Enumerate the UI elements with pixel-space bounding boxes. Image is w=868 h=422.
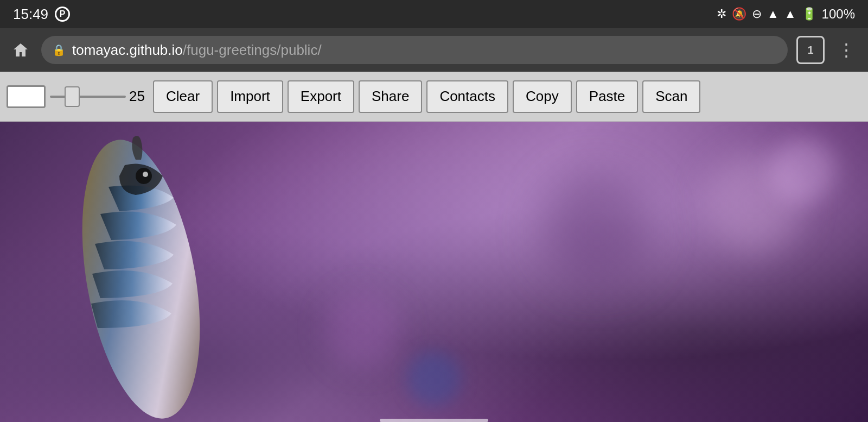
- url-bar[interactable]: 🔒 tomayac.github.io/fugu-greetings/publi…: [41, 36, 788, 64]
- color-swatch[interactable]: [7, 85, 46, 108]
- tab-switcher-button[interactable]: 1: [796, 36, 825, 64]
- url-path: /fugu-greetings/public/: [183, 42, 322, 58]
- battery-icon: 🔋: [802, 7, 816, 21]
- home-button[interactable]: [9, 38, 33, 62]
- tab-count: 1: [807, 44, 813, 56]
- wifi-icon: ▲: [767, 7, 779, 21]
- bluetooth-icon: ✲: [717, 7, 726, 21]
- p-icon: P: [60, 9, 66, 19]
- url-text: tomayac.github.io/fugu-greetings/public/: [72, 42, 322, 59]
- address-bar: 🔒 tomayac.github.io/fugu-greetings/publi…: [0, 28, 868, 72]
- bokeh-4: [770, 138, 835, 203]
- copy-button[interactable]: Copy: [513, 80, 572, 113]
- brush-size-value: 25: [129, 88, 149, 105]
- import-button[interactable]: Import: [217, 80, 283, 113]
- home-icon: [12, 42, 29, 58]
- home-indicator: [380, 419, 488, 422]
- url-domain: tomayac.github.io: [72, 42, 183, 58]
- export-button[interactable]: Export: [288, 80, 354, 113]
- clear-button[interactable]: Clear: [153, 80, 213, 113]
- bokeh-5: [407, 351, 461, 406]
- clock: 15:49: [13, 6, 48, 23]
- drawing-canvas[interactable]: [0, 122, 868, 422]
- battery-percent: 100%: [822, 7, 855, 22]
- scan-button[interactable]: Scan: [642, 80, 700, 113]
- status-left: 15:49 P: [13, 6, 70, 23]
- bokeh-3: [542, 176, 651, 285]
- mute-icon: 🔕: [732, 7, 746, 21]
- browser-menu-button[interactable]: ⋮: [833, 40, 859, 60]
- signal-icon: ▲: [784, 7, 796, 21]
- brush-size-control: 25: [50, 88, 149, 105]
- dnd-icon: ⊖: [752, 7, 762, 21]
- notification-icon: P: [55, 7, 70, 22]
- paste-button[interactable]: Paste: [576, 80, 639, 113]
- lock-icon: 🔒: [52, 43, 66, 56]
- fish-drawing: [0, 122, 271, 422]
- toolbar: 25 Clear Import Export Share Contacts Co…: [0, 72, 868, 122]
- svg-point-2: [143, 172, 148, 177]
- status-bar: 15:49 P ✲ 🔕 ⊖ ▲ ▲ 🔋 100%: [0, 0, 868, 28]
- bokeh-2: [326, 292, 401, 368]
- contacts-button[interactable]: Contacts: [426, 80, 508, 113]
- status-right: ✲ 🔕 ⊖ ▲ ▲ 🔋 100%: [717, 7, 855, 22]
- share-button[interactable]: Share: [359, 80, 422, 113]
- brush-size-slider[interactable]: [50, 96, 126, 98]
